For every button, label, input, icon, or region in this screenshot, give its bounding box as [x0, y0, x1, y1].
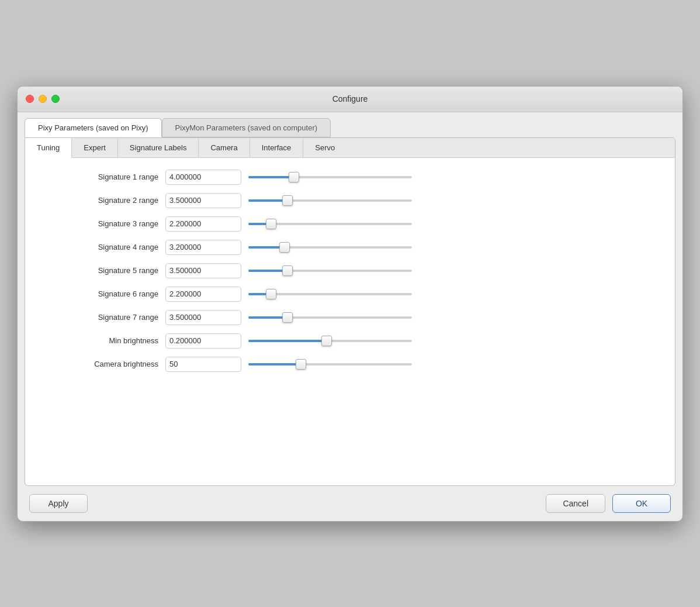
param-input[interactable]: [165, 263, 241, 278]
param-label: Signature 2 range: [48, 196, 165, 205]
params-area: Signature 1 rangeSignature 2 rangeSignat…: [25, 158, 675, 485]
param-row: Signature 5 range: [48, 263, 652, 278]
slider-thumb[interactable]: [296, 359, 306, 370]
apply-button[interactable]: Apply: [29, 494, 88, 513]
slider-thumb[interactable]: [289, 172, 299, 182]
slider-thumb[interactable]: [282, 265, 293, 276]
tab-signature-labels[interactable]: Signature Labels: [118, 138, 199, 157]
slider-track: [248, 363, 412, 365]
slider-track: [248, 199, 412, 202]
right-buttons: Cancel OK: [546, 494, 671, 513]
param-label: Min brightness: [48, 336, 165, 345]
slider-thumb[interactable]: [266, 219, 276, 229]
slider-container[interactable]: [248, 242, 412, 253]
param-input[interactable]: [165, 240, 241, 255]
slider-track: [248, 293, 412, 295]
sub-tabs: Tuning Expert Signature Labels Camera In…: [25, 138, 675, 158]
cancel-button[interactable]: Cancel: [546, 494, 605, 513]
param-label: Signature 5 range: [48, 266, 165, 275]
slider-container[interactable]: [248, 358, 412, 370]
slider-container[interactable]: [248, 195, 412, 206]
ok-button[interactable]: OK: [612, 494, 671, 513]
slider-fill: [248, 199, 287, 202]
slider-fill: [248, 316, 287, 319]
param-row: Min brightness: [48, 333, 652, 349]
param-input[interactable]: [165, 287, 241, 302]
tab-servo[interactable]: Servo: [303, 138, 346, 157]
param-row: Signature 4 range: [48, 240, 652, 255]
param-label: Camera brightness: [48, 360, 165, 368]
slider-container[interactable]: [248, 288, 412, 300]
param-input[interactable]: [165, 193, 241, 208]
param-input[interactable]: [165, 310, 241, 325]
slider-track: [248, 270, 412, 272]
param-label: Signature 7 range: [48, 313, 165, 322]
param-label: Signature 3 range: [48, 219, 165, 228]
slider-fill: [248, 270, 287, 272]
param-label: Signature 1 range: [48, 173, 165, 181]
param-input[interactable]: [165, 357, 241, 372]
slider-container[interactable]: [248, 171, 412, 183]
slider-fill: [248, 363, 301, 365]
bottom-bar: Apply Cancel OK: [18, 486, 682, 521]
traffic-lights: [26, 95, 60, 103]
configure-window: Configure Pixy Parameters (saved on Pixy…: [17, 86, 683, 522]
slider-thumb[interactable]: [282, 195, 293, 206]
slider-track: [248, 340, 412, 342]
maximize-button[interactable]: [51, 95, 60, 103]
slider-track: [248, 176, 412, 178]
param-input[interactable]: [165, 216, 241, 232]
slider-fill: [248, 176, 294, 178]
tab-tuning[interactable]: Tuning: [25, 138, 72, 158]
slider-track: [248, 246, 412, 249]
title-bar: Configure: [18, 87, 682, 112]
slider-thumb[interactable]: [266, 289, 276, 299]
slider-thumb[interactable]: [321, 336, 332, 346]
slider-container[interactable]: [248, 335, 412, 347]
param-label: Signature 4 range: [48, 243, 165, 251]
slider-track: [248, 316, 412, 319]
content-area: Tuning Expert Signature Labels Camera In…: [25, 137, 675, 486]
slider-container[interactable]: [248, 218, 412, 230]
slider-thumb[interactable]: [279, 242, 290, 253]
tab-camera[interactable]: Camera: [199, 138, 249, 157]
param-label: Signature 6 range: [48, 289, 165, 298]
slider-track: [248, 223, 412, 225]
param-input[interactable]: [165, 170, 241, 185]
slider-fill: [248, 340, 327, 342]
slider-container[interactable]: [248, 265, 412, 277]
param-row: Signature 2 range: [48, 193, 652, 208]
slider-container[interactable]: [248, 312, 412, 323]
param-row: Camera brightness: [48, 357, 652, 372]
tab-expert[interactable]: Expert: [72, 138, 118, 157]
param-row: Signature 6 range: [48, 287, 652, 302]
param-input[interactable]: [165, 333, 241, 349]
tab-interface[interactable]: Interface: [250, 138, 304, 157]
tab-pixy-parameters[interactable]: Pixy Parameters (saved on Pixy): [25, 118, 162, 137]
slider-thumb[interactable]: [282, 312, 293, 323]
param-row: Signature 3 range: [48, 216, 652, 232]
minimize-button[interactable]: [39, 95, 47, 103]
tab-pixymon-parameters[interactable]: PixyMon Parameters (saved on computer): [162, 118, 331, 137]
window-title: Configure: [332, 94, 368, 104]
param-row: Signature 1 range: [48, 170, 652, 185]
main-tabs: Pixy Parameters (saved on Pixy) PixyMon …: [18, 112, 682, 137]
close-button[interactable]: [26, 95, 34, 103]
param-row: Signature 7 range: [48, 310, 652, 325]
